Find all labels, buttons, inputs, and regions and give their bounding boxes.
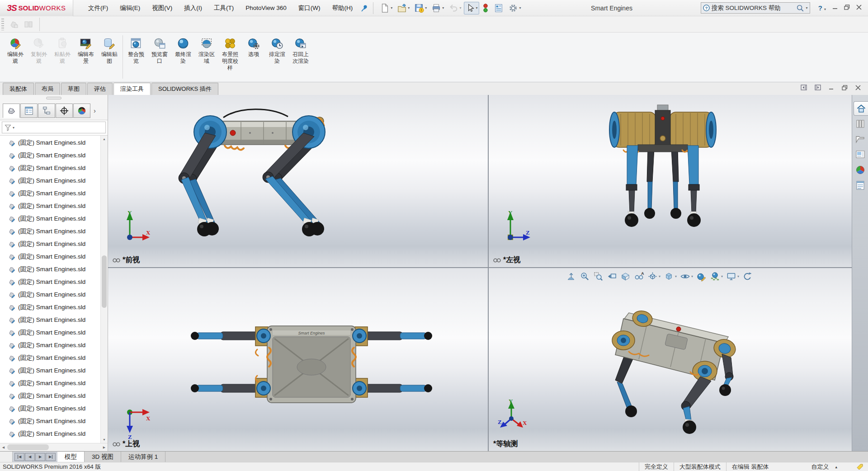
help-button[interactable]: ? ▾ <box>816 4 828 12</box>
pane-left-icon[interactable] <box>801 85 807 92</box>
ribbon-button-edit-appearance[interactable]: 编辑外观 <box>4 35 27 65</box>
manager-tab-propertymanager[interactable] <box>20 104 38 118</box>
command-tab-0[interactable]: 装配体 <box>3 83 34 95</box>
scrollbar-thumb[interactable] <box>102 255 107 308</box>
doc-minimize-button[interactable] <box>829 85 834 92</box>
tree-item[interactable]: (固定) Smart Engines.sld <box>0 212 100 225</box>
ribbon-button-final-render[interactable]: 最终渲染 <box>171 35 195 65</box>
file-properties-button[interactable] <box>492 2 505 14</box>
viewport-left[interactable]: Y Z *左视 <box>489 95 852 267</box>
pane-right-icon[interactable] <box>815 85 821 92</box>
menu-item-3[interactable]: 插入(I) <box>178 0 208 16</box>
tree-item[interactable]: (固定) Smart Engines.sld <box>0 364 100 377</box>
search-dropdown-arrow[interactable]: ▾ <box>806 6 808 10</box>
command-tab-3[interactable]: 评估 <box>87 83 113 95</box>
minimize-button[interactable] <box>832 5 838 11</box>
tree-item[interactable]: (固定) Smart Engines.sld <box>0 162 100 174</box>
print-button[interactable]: ▾ <box>429 2 446 14</box>
tree-item[interactable]: (固定) Smart Engines.sld <box>0 301 100 314</box>
close-button[interactable] <box>856 5 862 11</box>
tree-item[interactable]: (固定) Smart Engines.sld <box>0 250 100 263</box>
document-tab-1[interactable]: 3D 视图 <box>85 452 121 462</box>
tree-item[interactable]: (固定) Smart Engines.sld <box>0 187 100 200</box>
command-tab-4[interactable]: 渲染工具 <box>113 83 151 95</box>
ribbon-button-edit-scene[interactable]: 编辑布景 <box>74 35 98 65</box>
pin-icon[interactable] <box>360 4 368 12</box>
filter-funnel-icon[interactable] <box>4 124 12 132</box>
command-tab-5[interactable]: SOLIDWORKS 插件 <box>151 83 218 95</box>
status-custom-dropdown[interactable]: 自定义▴ <box>806 462 843 471</box>
doc-close-button[interactable] <box>855 85 861 92</box>
new-document-dropdown-arrow[interactable]: ▾ <box>391 6 392 10</box>
tab-nav-prev-button[interactable]: ◀ <box>25 453 35 461</box>
menu-item-4[interactable]: 工具(T) <box>208 0 240 16</box>
tree-item[interactable]: (固定) Smart Engines.sld <box>0 314 100 326</box>
search-icon[interactable] <box>796 4 804 12</box>
tree-item[interactable]: (固定) Smart Engines.sld <box>0 137 100 149</box>
tree-item[interactable]: (固定) Smart Engines.sld <box>0 276 100 288</box>
tree-horizontal-scrollbar[interactable]: ◀ ▶ <box>0 443 108 451</box>
undo-button[interactable]: ▾ <box>447 2 463 14</box>
command-tab-2[interactable]: 草图 <box>61 83 86 95</box>
taskpane-home-button[interactable] <box>854 101 868 116</box>
select-dropdown-arrow[interactable]: ▾ <box>476 6 477 10</box>
options-button[interactable]: ▾ <box>506 2 523 14</box>
doc-restore-button[interactable] <box>842 85 848 92</box>
manager-tab-featuremanager[interactable] <box>3 104 20 118</box>
filter-dropdown-arrow[interactable]: ▾ <box>13 126 14 130</box>
scroll-right-arrow[interactable]: ▶ <box>101 443 108 451</box>
search-input[interactable] <box>712 5 794 11</box>
open-button[interactable]: ▾ <box>395 2 411 14</box>
manager-tab-dimxpertmanager[interactable] <box>56 104 73 118</box>
scrollbar-thumb[interactable] <box>7 444 49 450</box>
tree-item[interactable]: (固定) Smart Engines.sld <box>0 339 100 352</box>
tree-item[interactable]: (固定) Smart Engines.sld <box>0 225 100 238</box>
ribbon-button-recall-render[interactable]: 召回上次渲染 <box>289 35 312 65</box>
tree-item[interactable]: (固定) Smart Engines.sld <box>0 288 100 301</box>
ribbon-button-render-region[interactable]: 渲染区域 <box>195 35 218 65</box>
tab-nav-next-button[interactable]: ▶ <box>35 453 45 461</box>
search-box[interactable]: ? ▾ <box>701 2 810 14</box>
tree-item[interactable]: (固定) Smart Engines.sld <box>0 390 100 402</box>
menu-item-6[interactable]: 窗口(W) <box>292 0 326 16</box>
manager-tab-configurationmanager[interactable] <box>38 104 55 118</box>
manager-tab-displaymanager[interactable] <box>73 104 90 118</box>
ribbon-button-integrated-preview[interactable]: 整合预览 <box>124 35 148 65</box>
restore-button[interactable] <box>844 5 850 11</box>
undo-dropdown-arrow[interactable]: ▾ <box>459 6 461 10</box>
tab-nav-last-button[interactable]: ▶ <box>46 453 56 461</box>
save-dropdown-arrow[interactable]: ▾ <box>425 6 427 10</box>
scroll-down-arrow[interactable]: ▼ <box>101 436 108 443</box>
viewport-top[interactable]: Smart Engines X <box>108 268 488 451</box>
open-dropdown-arrow[interactable]: ▾ <box>408 6 410 10</box>
taskpane-design-library-button[interactable] <box>852 117 868 131</box>
ribbon-button-edit-decal[interactable]: 编辑贴图 <box>98 35 121 65</box>
save-button[interactable]: !▾ <box>412 2 429 14</box>
tree-item[interactable]: (固定) Smart Engines.sld <box>0 377 100 390</box>
tree-item[interactable]: (固定) Smart Engines.sld <box>0 200 100 212</box>
ribbon-button-scene-illumination[interactable]: 布景照明度校样 <box>218 35 242 71</box>
tag-icon[interactable] <box>856 463 863 471</box>
tree-vertical-scrollbar[interactable]: ▲ ▼ <box>100 136 108 443</box>
taskpane-file-explorer-button[interactable] <box>852 132 868 146</box>
ribbon-button-schedule-render[interactable]: 排定渲染 <box>265 35 289 65</box>
tree-item[interactable]: (固定) Smart Engines.sld <box>0 326 100 339</box>
menu-item-7[interactable]: 帮助(H) <box>326 0 359 16</box>
document-tab-2[interactable]: 运动算例 1 <box>121 452 165 462</box>
taskpane-view-palette-button[interactable] <box>852 147 868 162</box>
tree-item[interactable]: (固定) Smart Engines.sld <box>0 415 100 428</box>
command-tab-1[interactable]: 布局 <box>35 83 60 95</box>
menu-item-0[interactable]: 文件(F) <box>82 0 114 16</box>
viewport-front[interactable]: Y X *前视 <box>108 95 488 267</box>
tree-item[interactable]: (固定) Smart Engines.sld <box>0 149 100 162</box>
tab-nav-first-button[interactable]: ◀ <box>14 453 24 461</box>
select-button[interactable]: ▾ <box>464 2 479 14</box>
print-dropdown-arrow[interactable]: ▾ <box>442 6 444 10</box>
panel-splitter-handle[interactable] <box>0 95 108 101</box>
tree-item[interactable]: (固定) Smart Engines.sld <box>0 352 100 364</box>
ribbon-button-render-options[interactable]: 选项 <box>242 35 265 58</box>
taskpane-custom-properties-button[interactable] <box>852 178 868 193</box>
filter-input[interactable]: ▾ <box>2 122 106 133</box>
new-document-button[interactable]: ▾ <box>378 2 394 14</box>
manager-tab-overflow[interactable]: › <box>94 107 96 114</box>
